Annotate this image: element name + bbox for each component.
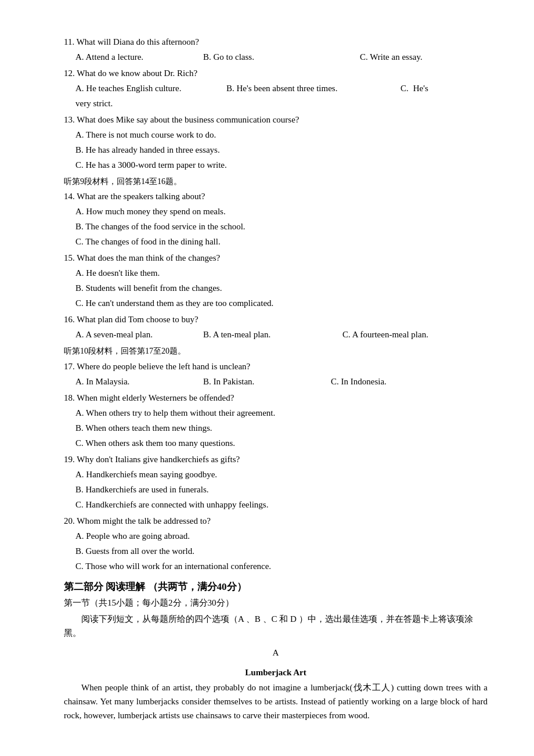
q14-b: B. The changes of the food service in th…	[75, 219, 488, 233]
section2-subheader: 第一节（共15小题；每小题2分，满分30分）	[64, 596, 488, 610]
q18-text: 18. When might elderly Westerners be off…	[64, 391, 488, 405]
question-17: 17. Where do people believe the left han…	[64, 359, 488, 388]
q18-c: C. When others ask them too many questio…	[75, 436, 488, 450]
q15-b: B. Students will benefit from the change…	[75, 281, 488, 295]
q12-b: B. He's been absent three times.	[226, 81, 400, 95]
q14-number: 14.	[64, 192, 75, 201]
q18-number: 18.	[64, 393, 75, 402]
q15-question: What does the man think of the changes?	[77, 253, 220, 262]
q17-number: 17.	[64, 362, 75, 371]
q12-text: 12. What do we know about Dr. Rich?	[64, 66, 488, 80]
question-20: 20. Whom might the talk be addressed to?…	[64, 514, 488, 573]
q13-b: B. He has already handed in three essays…	[75, 143, 488, 157]
q19-c: C. Handkerchiefs are connected with unha…	[75, 498, 488, 512]
q20-b: B. Guests from all over the world.	[75, 544, 488, 558]
q18-b: B. When others teach them new things.	[75, 421, 488, 435]
q17-c: C. In Indonesia.	[331, 375, 488, 388]
q15-a: A. He doesn't like them.	[75, 266, 488, 280]
q13-question: What does Mike say about the business co…	[77, 115, 299, 124]
q11-text: 11. What will Diana do this afternoon?	[64, 35, 488, 49]
q14-c: C. The changes of food in the dining hal…	[75, 235, 488, 249]
q13-c: C. He has a 3000-word term paper to writ…	[75, 158, 488, 172]
q20-a: A. People who are going abroad.	[75, 529, 488, 543]
q15-text: 15. What does the man think of the chang…	[64, 251, 488, 265]
q16-c: C. A fourteen-meal plan.	[342, 327, 488, 341]
q18-a: A. When others try to help them without …	[75, 406, 488, 420]
question-15: 15. What does the man think of the chang…	[64, 251, 488, 310]
q14-question: What are the speakers talking about?	[77, 192, 205, 201]
q19-question: Why don't Italians give handkerchiefs as…	[77, 455, 240, 464]
q16-b: B. A ten-meal plan.	[203, 327, 342, 341]
q11-b: B. Go to class.	[203, 50, 360, 64]
passage-a-title-wrapper: Lumberjack Art	[64, 665, 488, 679]
q15-number: 15.	[64, 253, 75, 262]
passage-a-text: When people think of an artist, they pro…	[64, 681, 488, 722]
q19-text: 19. Why don't Italians give handkerchief…	[64, 452, 488, 466]
passage-a-letter: A	[64, 646, 488, 660]
question-14: 14. What are the speakers talking about?…	[64, 189, 488, 249]
passage-a-letter-wrapper: A	[64, 646, 488, 660]
section2-intro: 阅读下列短文，从每题所给的四个选项（A 、B 、C 和 D ）中，选出最佳选项，…	[64, 612, 488, 640]
question-19: 19. Why don't Italians give handkerchief…	[64, 452, 488, 512]
q12-c-label: C.	[400, 81, 409, 95]
q12-answers: A. He teaches English culture. B. He's b…	[75, 81, 488, 95]
q18-question: When might elderly Westerners be offende…	[77, 393, 234, 402]
q12-number: 12.	[64, 69, 75, 78]
passage-a-title: Lumberjack Art	[64, 665, 488, 679]
q20-c: C. Those who will work for an internatio…	[75, 559, 488, 573]
q16-text: 16. What plan did Tom choose to buy?	[64, 312, 488, 326]
q12-a: A. He teaches English culture.	[75, 81, 226, 95]
q12-question: What do we know about Dr. Rich?	[77, 69, 197, 78]
question-16: 16. What plan did Tom choose to buy? A. …	[64, 312, 488, 341]
q11-question: What will Diana do this afternoon?	[77, 37, 199, 46]
q19-b: B. Handkerchiefs are used in funerals.	[75, 483, 488, 496]
q20-text: 20. Whom might the talk be addressed to?	[64, 514, 488, 528]
question-13: 13. What does Mike say about the busines…	[64, 113, 488, 172]
q11-c: C. Write an essay.	[360, 50, 488, 64]
q17-b: B. In Pakistan.	[203, 375, 331, 388]
q16-question: What plan did Tom choose to buy?	[77, 315, 198, 324]
q15-c: C. He can't understand them as they are …	[75, 296, 488, 310]
q14-a: A. How much money they spend on meals.	[75, 204, 488, 218]
q13-number: 13.	[64, 115, 75, 124]
q17-answers: A. In Malaysia. B. In Pakistan. C. In In…	[75, 375, 488, 388]
q19-a: A. Handkerchiefs mean saying goodbye.	[75, 467, 488, 481]
q19-number: 19.	[64, 455, 75, 464]
note-9: 听第9段材料，回答第14至16题。	[64, 175, 488, 188]
q11-a: A. Attend a lecture.	[75, 50, 203, 64]
note-10: 听第10段材料，回答第17至20题。	[64, 345, 488, 358]
q16-answers: A. A seven-meal plan. B. A ten-meal plan…	[75, 327, 488, 341]
q17-text: 17. Where do people believe the left han…	[64, 359, 488, 373]
section2-header: 第二部分 阅读理解 （共两节，满分40分）	[64, 579, 488, 595]
question-12: 12. What do we know about Dr. Rich? A. H…	[64, 66, 488, 110]
q11-number: 11.	[64, 37, 74, 46]
q20-number: 20.	[64, 516, 75, 525]
q12-c-wrap: He's	[413, 81, 428, 95]
q14-text: 14. What are the speakers talking about?	[64, 189, 488, 203]
question-11: 11. What will Diana do this afternoon? A…	[64, 35, 488, 64]
q16-a: A. A seven-meal plan.	[75, 327, 203, 341]
q13-a: A. There is not much course work to do.	[75, 128, 488, 142]
q11-answers: A. Attend a lecture. B. Go to class. C. …	[75, 50, 488, 64]
question-18: 18. When might elderly Westerners be off…	[64, 391, 488, 450]
q16-number: 16.	[64, 315, 75, 324]
q17-question: Where do people believe the left hand is…	[77, 362, 250, 371]
q12-wrap: very strict.	[75, 96, 488, 110]
q20-question: Whom might the talk be addressed to?	[77, 516, 211, 525]
q17-a: A. In Malaysia.	[75, 375, 203, 388]
q13-text: 13. What does Mike say about the busines…	[64, 113, 488, 127]
